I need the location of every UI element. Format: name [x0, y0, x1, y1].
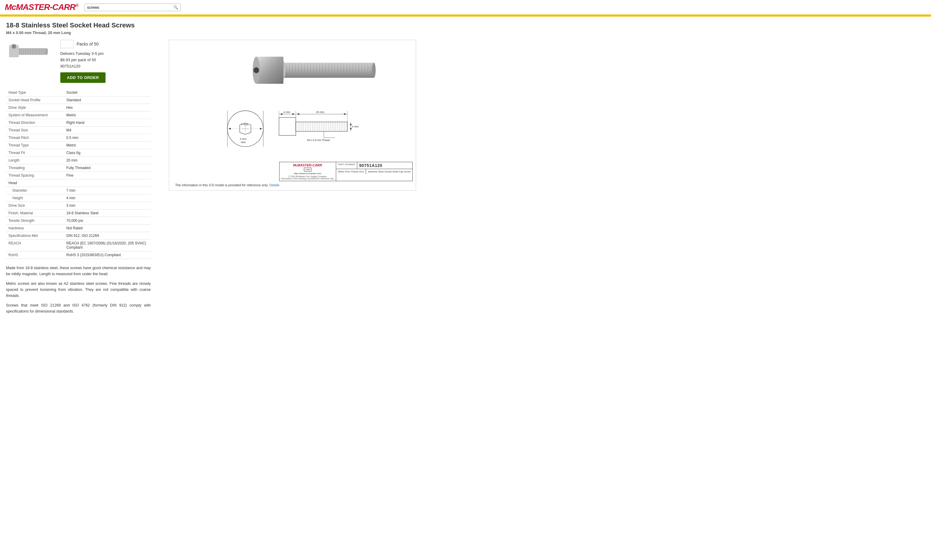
svg-text:4 mm: 4 mm: [283, 111, 290, 114]
add-to-order-button[interactable]: ADD TO ORDER: [60, 72, 106, 83]
descriptions: Made from 18-8 stainless steel, these sc…: [6, 265, 151, 314]
diagram-area: 7 mm 3 mm Hex: [169, 40, 416, 191]
spec-value: RoHS 3 (2015/863/EU) Compliant: [66, 251, 151, 259]
diagram-note: The information in this 3-D model is pro…: [172, 182, 283, 189]
cad-part-label: PART NUMBER: [336, 162, 357, 169]
search-input[interactable]: [87, 5, 173, 10]
spec-label: Hardness: [6, 225, 66, 232]
order-section: Packs of 50 Delivers Tuesday 3-5 pm $8.9…: [60, 40, 157, 83]
svg-rect-54: [256, 57, 283, 84]
svg-point-21: [46, 48, 48, 55]
product-image-area: [6, 40, 54, 65]
spec-label: System of Measurement: [6, 112, 66, 119]
cad-logo-section: McMASTER-CARR CAD http://www.mcmaster.co…: [280, 162, 336, 181]
description-paragraph: Screws that meet ISO 21269 and ISO 4762 …: [6, 302, 151, 314]
spec-value: Metric: [66, 112, 151, 119]
svg-marker-106: [344, 113, 346, 115]
spec-label: Drive Size: [6, 202, 66, 209]
pack-label: Packs of 50: [77, 42, 98, 46]
spec-label: Thread Type: [6, 142, 66, 149]
specs-tbody: Head TypeSocketSocket Head ProfileStanda…: [6, 89, 151, 259]
price: $8.93 per pack of 50: [60, 57, 157, 63]
spec-label: REACH: [6, 240, 66, 251]
svg-text:4 mm: 4 mm: [352, 125, 359, 128]
spec-value: DIN 912, ISO 21269: [66, 232, 151, 240]
quantity-input[interactable]: [60, 40, 74, 48]
spec-value: 70,000 psi: [66, 217, 151, 225]
cad-descriptions: Metric Fine-Thread 18-8 Stainless Steel …: [336, 169, 412, 174]
spec-value: REACH (EC 1907/2006) (01/16/2020, 205 SV…: [66, 240, 151, 251]
svg-marker-105: [297, 113, 299, 115]
spec-value: Class 6g: [66, 149, 151, 157]
spec-label: Socket Head Profile: [6, 97, 66, 104]
spec-value: Fully Threaded: [66, 164, 151, 172]
spec-label: Thread Fit: [6, 149, 66, 157]
spec-value: Fine: [66, 172, 151, 179]
svg-point-52: [372, 63, 375, 78]
search-icon[interactable]: 🔍: [173, 5, 178, 10]
cad-copyright: © 2018 McMaster-Carr Supply Company: [289, 175, 327, 177]
svg-marker-65: [229, 128, 231, 129]
spec-label: Thread Direction: [6, 119, 66, 126]
diagram-note-text: The information in this 3-D model is pro…: [175, 183, 268, 187]
spec-value: Right Hand: [66, 119, 151, 126]
spec-label: Thread Pitch: [6, 134, 66, 142]
cad-logo-brand: McMASTER-CARR: [293, 163, 322, 167]
product-image-svg: [6, 40, 54, 64]
delivery-info: Delivers Tuesday 3-5 pm $8.93 per pack o…: [60, 51, 157, 69]
logo[interactable]: McMASTER-CARR®: [5, 2, 78, 12]
delivery-time: Delivers Tuesday 3-5 pm: [60, 51, 157, 57]
svg-marker-110: [350, 128, 352, 130]
spec-label: Threading: [6, 164, 66, 172]
cad-info: Information in this drawing is provided …: [281, 177, 334, 180]
spec-value: 18-8 Stainless Steel: [66, 209, 151, 217]
spec-label: Specifications Met: [6, 232, 66, 240]
spec-value: 20 mm: [66, 157, 151, 164]
spec-value: Metric: [66, 142, 151, 149]
cad-part-number: 90751A120: [357, 162, 384, 169]
spec-value: M4: [66, 126, 151, 134]
svg-marker-109: [350, 123, 352, 125]
description-paragraph: Made from 18-8 stainless steel, these sc…: [6, 265, 151, 277]
cad-desc-right: Stainless Steel Socket Head Cap Screw: [366, 169, 412, 174]
cad-url: http://www.mcmaster.com: [294, 172, 322, 175]
pack-row: Packs of 50: [60, 40, 157, 48]
spec-label: Height: [6, 194, 66, 202]
cad-desc-left: Metric Fine-Thread 18-8: [336, 169, 366, 174]
spec-label: Thread Spacing: [6, 172, 66, 179]
spec-value: 4 mm: [66, 194, 151, 202]
svg-marker-102: [292, 113, 295, 115]
spec-value: 0.5 mm: [66, 134, 151, 142]
spec-value: 3 mm: [66, 202, 151, 209]
search-bar: 🔍: [85, 4, 181, 11]
svg-text:20 mm: 20 mm: [316, 111, 324, 114]
details-link[interactable]: Details: [269, 183, 280, 187]
svg-rect-71: [296, 122, 347, 131]
svg-rect-1: [18, 48, 47, 55]
cad-right: PART NUMBER 90751A120 Metric Fine-Thread…: [336, 162, 412, 181]
spec-value: Socket: [66, 89, 151, 97]
header: McMASTER-CARR® 🔍: [0, 0, 931, 15]
spec-label: Drive Style: [6, 104, 66, 112]
spec-group-label: Head: [6, 179, 151, 187]
product-subtitle: M4 x 0.50 mm Thread, 20 mm Long: [6, 31, 416, 35]
left-content: Packs of 50 Delivers Tuesday 3-5 pm $8.9…: [6, 40, 157, 318]
svg-rect-70: [279, 117, 296, 135]
spec-label: Tensile Strength: [6, 217, 66, 225]
main-content: 18-8 Stainless Steel Socket Head Screws …: [0, 17, 422, 329]
cad-top-right: PART NUMBER 90751A120: [336, 162, 412, 169]
svg-text:3 mm: 3 mm: [240, 137, 246, 140]
spec-label: Head Type: [6, 89, 66, 97]
order-part-number: 90751A120: [60, 63, 157, 70]
spec-value: Hex: [66, 104, 151, 112]
spec-label: Diameter: [6, 187, 66, 194]
top-section: Packs of 50 Delivers Tuesday 3-5 pm $8.9…: [6, 40, 416, 318]
svg-text:M4 x 0.5 mm Thread: M4 x 0.5 mm Thread: [307, 139, 330, 142]
svg-text:7 mm: 7 mm: [241, 123, 248, 126]
spec-label: Length: [6, 157, 66, 164]
cad-label-box: McMASTER-CARR CAD http://www.mcmaster.co…: [279, 162, 413, 181]
spec-label: Thread Size: [6, 126, 66, 134]
spec-label: RoHS: [6, 251, 66, 259]
description-paragraph: Metric screws are also known as A2 stain…: [6, 281, 151, 299]
spec-value: 7 mm: [66, 187, 151, 194]
